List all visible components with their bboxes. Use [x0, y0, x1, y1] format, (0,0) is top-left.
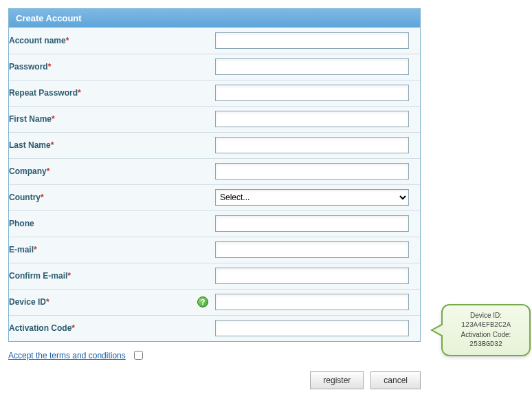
required-marker: *: [41, 193, 44, 202]
repeat-password-input[interactable]: [215, 85, 409, 101]
panel-title: Create Account: [9, 9, 420, 28]
cancel-button[interactable]: cancel: [370, 371, 421, 389]
required-marker: *: [78, 88, 81, 98]
required-marker: *: [48, 62, 52, 72]
confirm-email-input[interactable]: [215, 268, 409, 284]
account-name-input[interactable]: [215, 32, 409, 49]
last-name-input[interactable]: [215, 137, 409, 153]
label-phone: Phone: [9, 210, 215, 237]
label-repeat-password: Repeat Password*: [9, 80, 215, 106]
required-marker: *: [46, 297, 49, 307]
label-text: Phone: [9, 219, 34, 228]
form-table: Account name* Password* Repeat Password*…: [9, 28, 420, 341]
required-marker: *: [71, 323, 75, 333]
label-country: Country*: [9, 184, 215, 210]
tooltip-line: 123A4EFB2C2A: [447, 321, 525, 330]
company-input[interactable]: [215, 163, 409, 180]
phone-input[interactable]: [215, 215, 409, 232]
label-text: Company: [9, 166, 47, 176]
label-text: Device ID: [9, 297, 46, 307]
label-text: Activation Code: [9, 323, 71, 333]
label-confirm-email: Confirm E-mail*: [9, 263, 215, 289]
help-icon[interactable]: ?: [197, 296, 208, 307]
required-marker: *: [66, 36, 69, 45]
required-marker: *: [67, 271, 71, 281]
terms-checkbox[interactable]: [134, 351, 143, 360]
device-id-tooltip: Device ID: 123A4EFB2C2A Activation Code:…: [441, 304, 531, 356]
register-button[interactable]: register: [310, 371, 364, 389]
label-text: Repeat Password: [9, 88, 78, 98]
password-input[interactable]: [215, 58, 409, 75]
tooltip-line: 253BGD32: [447, 340, 525, 349]
label-account-name: Account name*: [9, 28, 215, 54]
label-company: Company*: [9, 158, 215, 184]
label-text: First Name: [9, 114, 52, 124]
tooltip-line: Device ID:: [447, 311, 525, 321]
email-input[interactable]: [215, 241, 409, 258]
label-text: Confirm E-mail: [9, 271, 67, 281]
required-marker: *: [34, 245, 37, 254]
label-text: Country: [9, 193, 41, 202]
label-email: E-mail*: [9, 237, 215, 263]
device-id-input[interactable]: [215, 294, 409, 310]
tooltip-line: Activation Code:: [447, 330, 525, 340]
label-last-name: Last Name*: [9, 132, 215, 158]
label-text: Password: [9, 62, 48, 72]
activation-code-input[interactable]: [215, 320, 409, 336]
required-marker: *: [51, 140, 54, 150]
label-text: Last Name: [9, 140, 51, 150]
required-marker: *: [47, 166, 50, 176]
label-password: Password*: [9, 54, 215, 80]
label-text: Account name: [9, 36, 66, 45]
label-activation-code: Activation Code*: [9, 315, 215, 341]
country-select[interactable]: Select...: [215, 189, 409, 206]
label-text: E-mail: [9, 245, 34, 254]
terms-link[interactable]: Accept the terms and conditions: [8, 351, 126, 360]
label-device-id: Device ID* ?: [9, 289, 215, 315]
required-marker: *: [52, 114, 55, 124]
create-account-panel: Create Account Account name* Password* R…: [8, 8, 421, 342]
label-first-name: First Name*: [9, 106, 215, 132]
first-name-input[interactable]: [215, 111, 409, 127]
